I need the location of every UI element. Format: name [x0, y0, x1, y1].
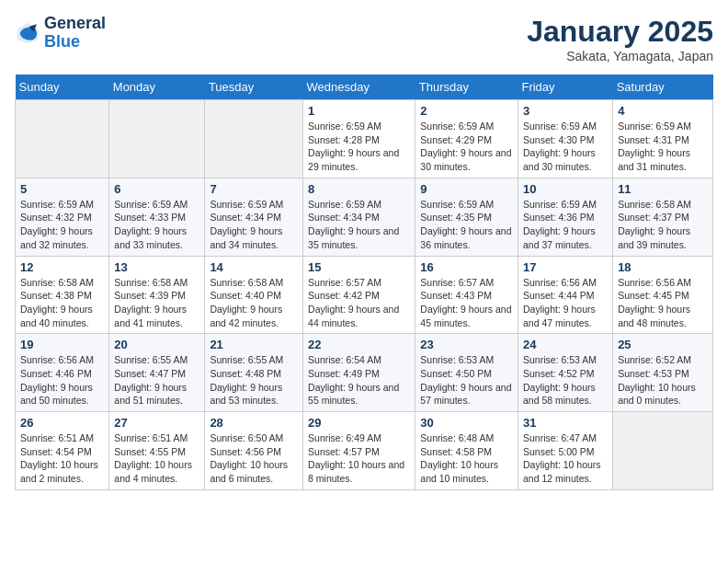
calendar-cell: 26Sunrise: 6:51 AM Sunset: 4:54 PM Dayli… [16, 412, 109, 490]
day-detail: Sunrise: 6:53 AM Sunset: 4:50 PM Dayligh… [420, 353, 513, 408]
day-detail: Sunrise: 6:55 AM Sunset: 4:48 PM Dayligh… [210, 353, 298, 408]
calendar-week-row: 12Sunrise: 6:58 AM Sunset: 4:38 PM Dayli… [16, 256, 713, 334]
calendar-cell: 27Sunrise: 6:51 AM Sunset: 4:55 PM Dayli… [109, 412, 205, 490]
day-detail: Sunrise: 6:59 AM Sunset: 4:29 PM Dayligh… [420, 120, 513, 174]
calendar-week-row: 19Sunrise: 6:56 AM Sunset: 4:46 PM Dayli… [16, 334, 713, 412]
day-header-sunday: Sunday [16, 75, 109, 100]
day-number: 19 [20, 338, 104, 351]
day-number: 17 [523, 260, 608, 274]
calendar-cell: 9Sunrise: 6:59 AM Sunset: 4:35 PM Daylig… [415, 178, 518, 256]
logo: General Blue [15, 15, 106, 52]
day-number: 30 [420, 416, 513, 430]
calendar-cell: 11Sunrise: 6:58 AM Sunset: 4:37 PM Dayli… [613, 178, 713, 256]
calendar-cell: 30Sunrise: 6:48 AM Sunset: 4:58 PM Dayli… [415, 412, 518, 490]
page-subtitle: Sakata, Yamagata, Japan [527, 49, 713, 63]
day-number: 24 [523, 338, 608, 351]
calendar-cell: 8Sunrise: 6:59 AM Sunset: 4:34 PM Daylig… [303, 178, 415, 256]
calendar-cell: 3Sunrise: 6:59 AM Sunset: 4:30 PM Daylig… [518, 100, 612, 178]
calendar-cell: 5Sunrise: 6:59 AM Sunset: 4:32 PM Daylig… [16, 178, 109, 256]
calendar-cell [613, 412, 713, 490]
calendar-cell: 25Sunrise: 6:52 AM Sunset: 4:53 PM Dayli… [613, 334, 713, 412]
calendar-week-row: 1Sunrise: 6:59 AM Sunset: 4:28 PM Daylig… [16, 100, 713, 178]
day-detail: Sunrise: 6:51 AM Sunset: 4:55 PM Dayligh… [114, 431, 199, 486]
calendar-cell: 2Sunrise: 6:59 AM Sunset: 4:29 PM Daylig… [415, 100, 518, 178]
day-detail: Sunrise: 6:56 AM Sunset: 4:44 PM Dayligh… [523, 276, 608, 330]
day-number: 21 [210, 338, 298, 351]
calendar-week-row: 5Sunrise: 6:59 AM Sunset: 4:32 PM Daylig… [16, 178, 713, 256]
day-number: 29 [308, 416, 410, 430]
calendar-cell: 10Sunrise: 6:59 AM Sunset: 4:36 PM Dayli… [518, 178, 612, 256]
day-number: 3 [523, 104, 608, 118]
calendar-cell: 17Sunrise: 6:56 AM Sunset: 4:44 PM Dayli… [518, 256, 612, 334]
page-header: General Blue January 2025 Sakata, Yamaga… [15, 15, 713, 63]
day-detail: Sunrise: 6:55 AM Sunset: 4:47 PM Dayligh… [114, 353, 199, 408]
day-detail: Sunrise: 6:54 AM Sunset: 4:49 PM Dayligh… [308, 353, 410, 408]
day-number: 12 [20, 260, 104, 274]
calendar-cell: 29Sunrise: 6:49 AM Sunset: 4:57 PM Dayli… [303, 412, 415, 490]
calendar-table: SundayMondayTuesdayWednesdayThursdayFrid… [15, 75, 713, 490]
day-number: 28 [210, 416, 298, 430]
day-detail: Sunrise: 6:59 AM Sunset: 4:34 PM Dayligh… [210, 198, 298, 252]
day-number: 27 [114, 416, 199, 430]
day-header-saturday: Saturday [613, 75, 713, 100]
day-detail: Sunrise: 6:58 AM Sunset: 4:38 PM Dayligh… [20, 276, 104, 330]
calendar-header-row: SundayMondayTuesdayWednesdayThursdayFrid… [16, 75, 713, 100]
calendar-cell: 14Sunrise: 6:58 AM Sunset: 4:40 PM Dayli… [205, 256, 303, 334]
calendar-cell: 16Sunrise: 6:57 AM Sunset: 4:43 PM Dayli… [415, 256, 518, 334]
day-number: 31 [523, 416, 608, 430]
day-number: 26 [20, 416, 104, 430]
day-header-tuesday: Tuesday [205, 75, 303, 100]
calendar-cell: 15Sunrise: 6:57 AM Sunset: 4:42 PM Dayli… [303, 256, 415, 334]
page-title: January 2025 [527, 15, 713, 49]
calendar-cell: 28Sunrise: 6:50 AM Sunset: 4:56 PM Dayli… [205, 412, 303, 490]
day-detail: Sunrise: 6:59 AM Sunset: 4:30 PM Dayligh… [523, 120, 608, 174]
day-detail: Sunrise: 6:57 AM Sunset: 4:42 PM Dayligh… [308, 276, 410, 330]
title-block: January 2025 Sakata, Yamagata, Japan [527, 15, 713, 63]
day-number: 15 [308, 260, 410, 274]
calendar-cell: 7Sunrise: 6:59 AM Sunset: 4:34 PM Daylig… [205, 178, 303, 256]
day-detail: Sunrise: 6:50 AM Sunset: 4:56 PM Dayligh… [210, 431, 298, 486]
day-detail: Sunrise: 6:59 AM Sunset: 4:31 PM Dayligh… [618, 120, 708, 174]
calendar-cell: 23Sunrise: 6:53 AM Sunset: 4:50 PM Dayli… [415, 334, 518, 412]
day-detail: Sunrise: 6:59 AM Sunset: 4:36 PM Dayligh… [523, 198, 608, 252]
calendar-cell [109, 100, 205, 178]
day-number: 5 [20, 182, 104, 196]
day-header-friday: Friday [518, 75, 612, 100]
calendar-cell: 12Sunrise: 6:58 AM Sunset: 4:38 PM Dayli… [16, 256, 109, 334]
day-detail: Sunrise: 6:56 AM Sunset: 4:45 PM Dayligh… [618, 276, 708, 330]
day-number: 18 [618, 260, 708, 274]
calendar-week-row: 26Sunrise: 6:51 AM Sunset: 4:54 PM Dayli… [16, 412, 713, 490]
day-detail: Sunrise: 6:57 AM Sunset: 4:43 PM Dayligh… [420, 276, 513, 330]
day-detail: Sunrise: 6:58 AM Sunset: 4:37 PM Dayligh… [618, 198, 708, 252]
calendar-cell: 21Sunrise: 6:55 AM Sunset: 4:48 PM Dayli… [205, 334, 303, 412]
calendar-cell: 19Sunrise: 6:56 AM Sunset: 4:46 PM Dayli… [16, 334, 109, 412]
calendar-cell: 20Sunrise: 6:55 AM Sunset: 4:47 PM Dayli… [109, 334, 205, 412]
day-detail: Sunrise: 6:51 AM Sunset: 4:54 PM Dayligh… [20, 431, 104, 486]
calendar-cell: 18Sunrise: 6:56 AM Sunset: 4:45 PM Dayli… [613, 256, 713, 334]
calendar-cell: 6Sunrise: 6:59 AM Sunset: 4:33 PM Daylig… [109, 178, 205, 256]
day-number: 8 [308, 182, 410, 196]
day-header-monday: Monday [109, 75, 205, 100]
day-number: 9 [420, 182, 513, 196]
calendar-cell: 22Sunrise: 6:54 AM Sunset: 4:49 PM Dayli… [303, 334, 415, 412]
day-number: 13 [114, 260, 199, 274]
day-detail: Sunrise: 6:52 AM Sunset: 4:53 PM Dayligh… [618, 353, 708, 408]
day-detail: Sunrise: 6:59 AM Sunset: 4:34 PM Dayligh… [308, 198, 410, 252]
day-detail: Sunrise: 6:58 AM Sunset: 4:39 PM Dayligh… [114, 276, 199, 330]
day-number: 1 [308, 104, 410, 118]
calendar-cell: 4Sunrise: 6:59 AM Sunset: 4:31 PM Daylig… [613, 100, 713, 178]
day-detail: Sunrise: 6:59 AM Sunset: 4:35 PM Dayligh… [420, 198, 513, 252]
logo-icon [15, 20, 40, 46]
day-number: 14 [210, 260, 298, 274]
day-number: 23 [420, 338, 513, 351]
calendar-cell: 13Sunrise: 6:58 AM Sunset: 4:39 PM Dayli… [109, 256, 205, 334]
day-detail: Sunrise: 6:48 AM Sunset: 4:58 PM Dayligh… [420, 431, 513, 486]
day-detail: Sunrise: 6:47 AM Sunset: 5:00 PM Dayligh… [523, 431, 608, 486]
day-number: 6 [114, 182, 199, 196]
day-detail: Sunrise: 6:53 AM Sunset: 4:52 PM Dayligh… [523, 353, 608, 408]
day-detail: Sunrise: 6:56 AM Sunset: 4:46 PM Dayligh… [20, 353, 104, 408]
day-detail: Sunrise: 6:49 AM Sunset: 4:57 PM Dayligh… [308, 431, 410, 486]
day-number: 16 [420, 260, 513, 274]
day-number: 10 [523, 182, 608, 196]
day-header-wednesday: Wednesday [303, 75, 415, 100]
